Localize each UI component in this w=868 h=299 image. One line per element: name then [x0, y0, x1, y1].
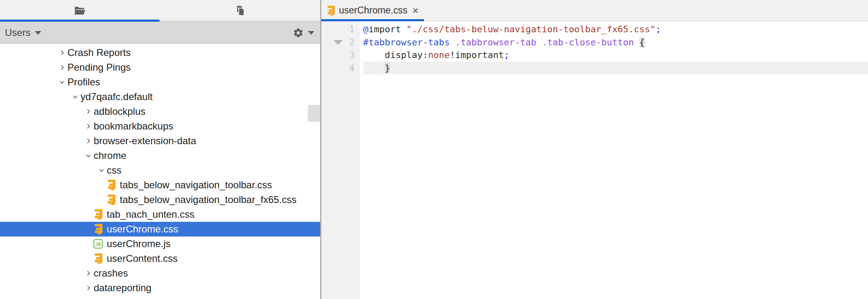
line-number: 4 [321, 62, 360, 75]
scope-label: Users [5, 27, 31, 38]
svg-text:JS: JS [95, 242, 101, 247]
css-file-icon [106, 179, 116, 191]
tree-item-label: tabs_below_navigation_toolbar.css [120, 179, 272, 191]
editor-tab-strip: userChrome.css [321, 0, 868, 21]
css-file-icon [106, 194, 116, 205]
tree-item[interactable]: tabs_below_navigation_toolbar_fx65.css [0, 192, 320, 207]
tree-item-label: bookmarkbackups [94, 120, 173, 132]
ide-window: Users Crash ReportsPending PingsProfiles… [0, 0, 868, 299]
editor-body: 1234 @import "./css/tabs-beluw-navigatio… [321, 21, 868, 299]
tree-item-label: adblockplus [94, 106, 146, 117]
css-file-icon [326, 5, 335, 16]
line-number: 1 [321, 23, 360, 36]
tree-scrollbar-thumb[interactable] [308, 105, 320, 122]
tree-item-label: tabs_below_navigation_toolbar_fx65.css [120, 194, 296, 205]
line-number: 3 [321, 49, 360, 62]
gear-icon [293, 27, 304, 38]
css-file-icon [93, 209, 103, 220]
chevron-right-icon[interactable] [58, 49, 67, 56]
chevron-down-icon[interactable] [98, 167, 107, 174]
code-line: #tabbrowser-tabs .tabbrowser-tab .tab-cl… [363, 36, 868, 49]
js-file-icon: JS [93, 238, 103, 250]
tree-item[interactable]: tabs_below_navigation_toolbar.css [0, 178, 320, 192]
tree-item[interactable]: datareporting [0, 281, 320, 295]
panel-toolbar: Users [0, 21, 320, 44]
chevron-down-icon[interactable] [58, 78, 67, 86]
tree-item-label: Profiles [67, 76, 100, 88]
chevron-down-icon[interactable] [72, 93, 81, 100]
tree-item[interactable]: adblockplus [0, 104, 320, 119]
editor-pane: userChrome.css 1234 @import "./css/tabs-… [321, 0, 868, 299]
code-line: display:none!important; [363, 49, 868, 62]
tree-item[interactable]: JSuserChrome.js [0, 237, 320, 251]
tree-item-label: userContent.css [107, 253, 177, 264]
code-line: } [363, 62, 868, 75]
close-icon[interactable] [412, 7, 419, 14]
tree-item[interactable]: yd7qaafc.default [0, 89, 320, 104]
tree-item[interactable]: chrome [0, 148, 320, 163]
editor-tab-userchrome-css[interactable]: userChrome.css [321, 0, 424, 21]
tree-item-label: datareporting [94, 282, 151, 294]
chevron-right-icon[interactable] [85, 270, 94, 277]
panel-settings[interactable] [293, 27, 314, 38]
tree-item-label: browser-extension-data [94, 135, 196, 147]
css-file-icon [93, 223, 103, 235]
tree-item[interactable]: crashes [0, 266, 320, 281]
tree-item[interactable]: userContent.css [0, 251, 320, 266]
tree-item[interactable]: Crash Reports [0, 45, 320, 60]
fold-arrow-icon[interactable] [334, 40, 343, 45]
tree-item[interactable]: bookmarkbackups [0, 119, 320, 134]
tab-files-view[interactable] [159, 0, 320, 21]
tree-item-label: Pending Pings [67, 62, 131, 73]
tree-item[interactable]: css [0, 163, 320, 178]
tree-item-label: userChrome.js [107, 238, 170, 250]
tree-item-label: css [107, 165, 121, 176]
project-panel: Users Crash ReportsPending PingsProfiles… [0, 0, 320, 299]
chevron-right-icon[interactable] [85, 284, 94, 292]
tree-item[interactable]: browser-extension-data [0, 134, 320, 148]
tree-item[interactable]: userChrome.css [0, 222, 320, 237]
tree-item-label: crashes [94, 268, 128, 279]
editor-gutter: 1234 [321, 21, 360, 299]
chevron-right-icon[interactable] [58, 64, 67, 71]
dropdown-caret-icon [35, 31, 41, 35]
tree-item-label: chrome [94, 150, 126, 161]
chevron-right-icon[interactable] [85, 123, 94, 130]
tree-item-label: Crash Reports [67, 47, 131, 58]
tab-project-view[interactable] [0, 0, 159, 21]
panel-tab-strip [0, 0, 320, 21]
chevron-right-icon[interactable] [85, 137, 94, 145]
chevron-down-icon[interactable] [85, 152, 94, 159]
tree-item[interactable]: tab_nach_unten.css [0, 207, 320, 222]
documents-icon [234, 4, 246, 17]
css-file-icon [93, 253, 103, 264]
editor-tab-label: userChrome.css [339, 5, 408, 16]
scope-selector[interactable]: Users [5, 27, 41, 38]
tree-item[interactable]: Pending Pings [0, 60, 320, 75]
tree-item-label: userChrome.css [107, 223, 178, 235]
chevron-right-icon[interactable] [85, 108, 94, 115]
open-folder-icon [73, 4, 86, 17]
tree-item-label: tab_nach_unten.css [107, 209, 195, 220]
dropdown-caret-icon [308, 31, 314, 35]
tree-item[interactable]: Profiles [0, 75, 320, 89]
file-tree: Crash ReportsPending PingsProfilesyd7qaa… [0, 44, 320, 299]
code-line: @import "./css/tabs-beluw-navigation-too… [363, 23, 868, 36]
code-area[interactable]: @import "./css/tabs-beluw-navigation-too… [360, 21, 868, 299]
tree-item-label: yd7qaafc.default [81, 91, 153, 103]
